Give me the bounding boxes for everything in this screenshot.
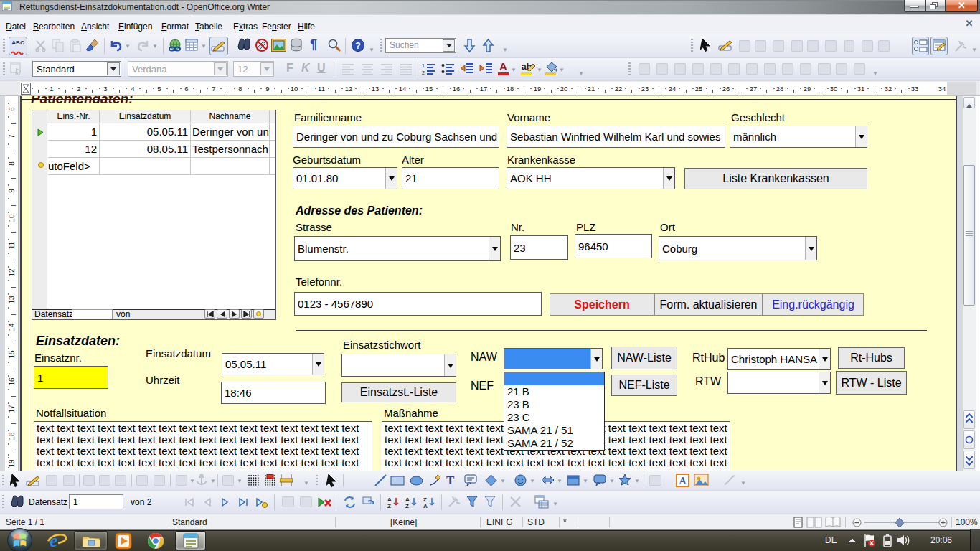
svg-text:A: A <box>387 496 392 503</box>
svg-text:A: A <box>679 476 687 486</box>
svg-text:Z: Z <box>423 496 427 503</box>
svg-text:A: A <box>405 496 410 503</box>
svg-text:e: e <box>50 531 58 550</box>
svg-text:2: 2 <box>422 70 425 75</box>
svg-text:Z: Z <box>387 503 391 509</box>
svg-text:?: ? <box>355 40 361 51</box>
svg-text:1: 1 <box>422 63 425 68</box>
svg-text:Z: Z <box>405 503 409 509</box>
svg-text:A: A <box>423 503 428 509</box>
